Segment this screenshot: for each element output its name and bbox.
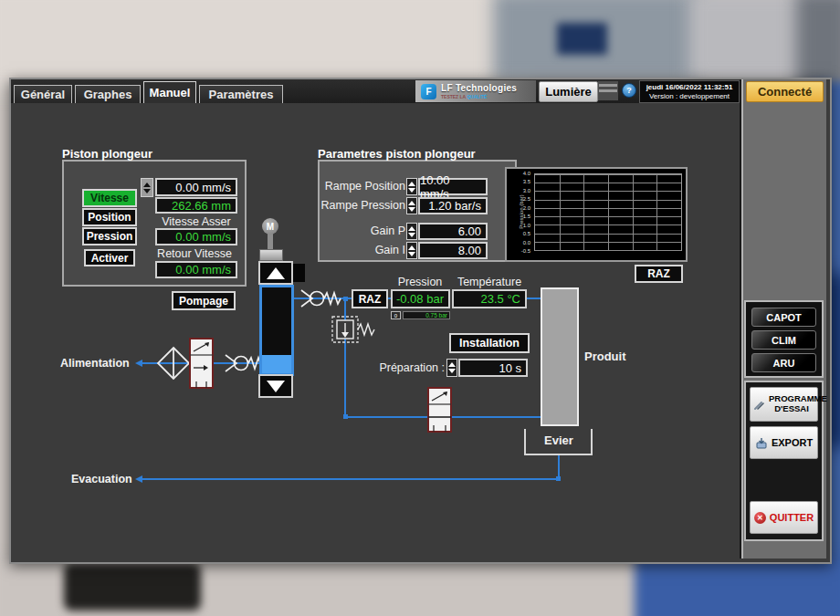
tab-graphes[interactable]: Graphes [75,85,141,103]
tools-icon [753,399,765,411]
junction-dot [343,414,348,419]
capot-button[interactable]: CAPOT [751,308,816,327]
tab-parametres[interactable]: Paramètres [199,85,283,103]
pression-raz-button[interactable]: RAZ [352,289,388,308]
aru-button[interactable]: ARU [751,353,816,372]
asser-display: 0.00 mm/s [155,228,237,245]
tagline-prefix: TESTEZ LA [441,94,467,99]
quitter-button[interactable]: ✕ QUITTER [750,501,818,534]
rampe-pression-field[interactable]: 1.20 bar/s [418,197,488,214]
sidebar: Connecté CAPOT CLIM ARU PROGRAMME D'ESSA… [741,79,826,559]
gain-i-field[interactable]: 8.00 [418,242,488,259]
rampe-pression-spinner[interactable] [406,197,417,214]
evac-arrow [135,475,142,483]
chart-ytick-labels: 4.03.53.02.52.01.51.00.50.0-0.5 [520,173,532,251]
relief-valve [332,317,374,342]
tab-bar: Général Graphes Manuel Paramètres [14,81,283,103]
connecte-button[interactable]: Connecté [746,81,824,102]
tab-general[interactable]: Général [14,85,72,103]
tab-manuel[interactable]: Manuel [143,81,196,103]
gain-p-spinner[interactable] [406,223,417,240]
brand-banner: F LF Technologies TESTEZ LA QUALITÉ [415,80,536,102]
position-display: 262.66 mm [155,197,237,214]
manual-page: Piston plongeur Vitesse Position Pressio… [11,103,740,559]
bg-blur-shape [635,555,840,616]
export-icon [755,437,768,449]
tagline-accent: QUALITÉ [467,94,487,99]
pression-display: -0.08 bar [391,289,450,308]
solenoid-valve-produit[interactable] [428,388,451,432]
rampe-position-label: Rampe Position [318,180,405,193]
asser-label: Vitesse Asser [155,215,237,228]
solenoid-valve-alimentation[interactable] [190,339,213,388]
header-bar: Général Graphes Manuel Paramètres F LF T… [11,79,740,103]
programme-essai-button[interactable]: PROGRAMME D'ESSAI [750,387,818,422]
datetime-text: jeudi 16/06/2022 11:32:51 [646,83,733,92]
pompage-button[interactable]: Pompage [172,291,236,310]
jog-up-button[interactable] [258,261,293,285]
export-button[interactable]: EXPORT [750,426,818,459]
main-area: Général Graphes Manuel Paramètres F LF T… [11,79,741,559]
piston-group-title: Piston plongeur [62,147,152,161]
jog-tab [292,264,305,282]
bg-blur-shape [64,563,201,611]
motor-base [259,249,283,261]
pression-zero-button[interactable]: 0 [391,311,401,319]
preparation-spinner[interactable] [446,359,457,377]
lumiere-button[interactable]: Lumière [539,81,598,102]
actions-panel: PROGRAMME D'ESSAI EXPORT ✕ QUITTER [744,381,824,541]
retour-label: Retour Vitesse [146,247,243,260]
junction-dot [556,476,561,481]
setpoint-field[interactable]: 0.00 mm/s [155,178,237,196]
gain-p-label: Gain P [318,224,405,237]
chart-raz-button[interactable]: RAZ [635,265,683,283]
brand-name: LF Technologies [441,84,517,93]
gain-p-field[interactable]: 6.00 [418,223,488,240]
clim-button[interactable]: CLIM [751,330,816,350]
quit-x-icon: ✕ [754,512,766,524]
pression-chart: Pression (bar) 4.03.53.02.52.01.51.00.50… [505,167,688,262]
rampe-pression-label: Rampe Pression [318,199,405,212]
programme-essai-label: PROGRAMME D'ESSAI [769,394,814,414]
cylinder-fluid [262,355,291,373]
alim-arrow [135,360,142,367]
grip-decoration [598,81,618,100]
piston-cylinder [259,285,294,376]
rampe-position-spinner[interactable] [406,178,417,195]
temperature-label: Température [452,276,527,288]
jog-down-button[interactable] [258,374,293,398]
activer-button[interactable]: Activer [84,249,135,266]
quitter-label: QUITTER [770,512,814,524]
version-text: Version : developpement [649,92,730,101]
relay-panel: CAPOT CLIM ARU [744,300,824,378]
temperature-display: 23.5 °C [452,289,527,308]
screen: Général Graphes Manuel Paramètres F LF T… [0,0,840,616]
evacuation-label: Evacuation [71,473,132,485]
gain-i-label: Gain I [318,244,405,256]
alimentation-label: Alimentation [60,357,130,370]
datetime-box: jeudi 16/06/2022 11:32:51 Version : deve… [639,80,740,103]
application-window: Général Graphes Manuel Paramètres F LF T… [9,78,832,564]
produit-tank [541,287,579,426]
motor-symbol: M [262,218,278,235]
bg-blur-shape [557,23,607,55]
chart-plot [534,173,682,251]
pression-gauge: 0.75 bar [403,311,450,319]
parametres-group-title: Parametres piston plongeur [318,147,476,161]
rampe-position-field[interactable]: 10.00 mm/s [418,178,488,195]
mode-vitesse-button[interactable]: Vitesse [82,189,137,207]
junction-dot [343,297,348,301]
brand-tagline: TESTEZ LA QUALITÉ [441,95,517,99]
preparation-label: Préparation : [358,361,445,374]
gain-i-spinner[interactable] [406,242,417,259]
mode-pression-button[interactable]: Pression [82,227,137,245]
preparation-field[interactable]: 10 s [458,359,528,377]
mode-position-button[interactable]: Position [82,208,137,226]
pression-label: Pression [380,276,460,288]
help-icon[interactable]: ? [622,83,636,98]
evier-label: Evier [528,433,590,447]
setpoint-spinner[interactable] [141,178,153,197]
lf-logo-icon: F [421,84,436,99]
installation-button[interactable]: Installation [449,333,530,353]
produit-label: Produit [584,350,626,363]
